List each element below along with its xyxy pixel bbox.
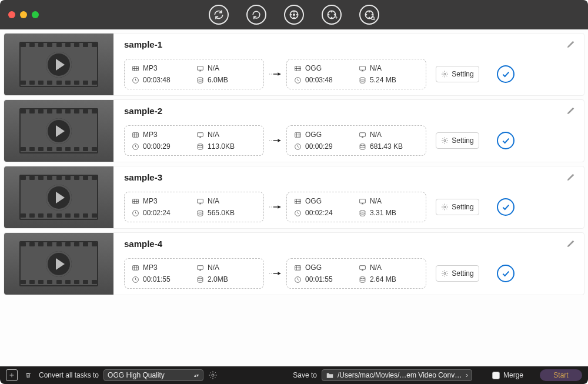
svg-point-86 xyxy=(360,210,365,212)
preset-select[interactable]: OGG High Quality ▴▾ xyxy=(103,369,203,381)
src-size: 565.0KB xyxy=(208,209,235,217)
svg-point-115 xyxy=(212,374,214,376)
task-setting-button[interactable]: Setting xyxy=(436,265,479,282)
delete-task-button[interactable] xyxy=(22,369,34,381)
task-row[interactable]: sample-4 MP3 N/A 00:01:55 2.0MB OGG N/A … xyxy=(4,232,584,295)
preset-value: OGG High Quality xyxy=(108,371,165,379)
save-path-select[interactable]: /Users/mac/Movies/…em Video Converter › xyxy=(322,369,472,381)
svg-point-5 xyxy=(296,14,298,15)
merge-label: Merge xyxy=(503,371,523,379)
svg-rect-69 xyxy=(198,199,203,203)
task-selected-toggle[interactable] xyxy=(497,132,514,149)
src-duration: 00:02:24 xyxy=(143,209,171,217)
dst-format: OGG xyxy=(305,131,322,139)
film-icon xyxy=(294,131,302,139)
disk-icon xyxy=(196,76,204,84)
merge-checkbox[interactable] xyxy=(492,372,500,379)
task-row[interactable]: sample-1 MP3 N/A 00:03:48 6.0MB OGG N/A … xyxy=(4,33,584,96)
svg-rect-92 xyxy=(198,265,203,269)
merge-toggle[interactable]: Merge xyxy=(492,371,523,379)
screen-icon xyxy=(196,65,204,72)
edit-task-button[interactable] xyxy=(566,172,576,182)
src-resolution: N/A xyxy=(208,197,219,205)
play-icon xyxy=(46,118,72,144)
svg-point-15 xyxy=(366,14,367,15)
clock-icon xyxy=(294,276,302,283)
screen-icon xyxy=(359,131,366,139)
clock-icon xyxy=(132,209,139,217)
dst-info-box: OGG N/A 00:03:48 5.24 MB xyxy=(286,59,426,89)
edit-task-button[interactable] xyxy=(566,39,576,49)
screen-icon xyxy=(359,65,366,72)
svg-rect-59 xyxy=(360,132,366,136)
disk-icon xyxy=(359,276,366,283)
dst-format: OGG xyxy=(305,197,322,205)
arrow-icon xyxy=(268,137,283,144)
dst-size: 2.64 MB xyxy=(370,275,396,283)
gear-icon xyxy=(441,270,449,278)
svg-point-9 xyxy=(328,14,329,15)
svg-point-110 xyxy=(444,272,446,274)
add-task-button[interactable] xyxy=(6,369,18,381)
task-selected-toggle[interactable] xyxy=(497,265,514,282)
svg-point-96 xyxy=(198,276,203,278)
task-title: sample-3 xyxy=(124,172,576,182)
task-setting-button[interactable]: Setting xyxy=(436,132,479,149)
src-resolution: N/A xyxy=(208,64,219,72)
task-setting-button[interactable]: Setting xyxy=(436,199,479,215)
task-body: sample-3 MP3 N/A 00:02:24 565.0KB OGG N/… xyxy=(113,166,584,228)
task-selected-toggle[interactable] xyxy=(497,65,514,83)
svg-marker-54 xyxy=(278,139,281,142)
src-resolution: N/A xyxy=(208,263,219,272)
screen-icon xyxy=(196,264,204,272)
task-setting-button[interactable]: Setting xyxy=(436,66,479,82)
video-thumbnail[interactable] xyxy=(4,100,113,162)
refresh-icon[interactable] xyxy=(209,5,229,25)
gear-icon xyxy=(441,137,449,145)
stepper-icon: ▴▾ xyxy=(193,374,199,377)
src-duration: 00:00:29 xyxy=(143,142,171,151)
src-duration: 00:03:48 xyxy=(143,76,171,84)
src-info-box: MP3 N/A 00:01:55 2.0MB xyxy=(124,258,264,289)
svg-point-27 xyxy=(198,77,203,79)
svg-point-87 xyxy=(444,206,446,208)
dst-info-box: OGG N/A 00:01:55 2.64 MB xyxy=(286,258,426,289)
maximize-window-button[interactable] xyxy=(32,11,39,18)
task-selected-toggle[interactable] xyxy=(497,198,514,216)
setting-label: Setting xyxy=(452,136,473,145)
film-gear-icon[interactable] xyxy=(284,5,304,25)
edit-task-button[interactable] xyxy=(566,239,576,248)
task-row[interactable]: sample-3 MP3 N/A 00:02:24 565.0KB OGG N/… xyxy=(4,166,584,229)
film-plus-icon[interactable]: + xyxy=(322,5,342,25)
video-thumbnail[interactable] xyxy=(4,34,113,95)
refresh-down-icon[interactable] xyxy=(246,5,266,25)
minimize-window-button[interactable] xyxy=(20,11,27,18)
svg-point-40 xyxy=(360,77,365,79)
gear-icon xyxy=(441,71,449,78)
close-window-button[interactable] xyxy=(8,11,15,18)
dst-size: 3.31 MB xyxy=(370,209,396,217)
dst-duration: 00:01:55 xyxy=(305,275,333,283)
start-button[interactable]: Start xyxy=(540,369,582,381)
task-row[interactable]: sample-2 MP3 N/A 00:00:29 113.0KB OGG N/… xyxy=(4,99,584,162)
screen-icon xyxy=(359,264,366,272)
disk-icon xyxy=(359,209,366,217)
disk-icon xyxy=(359,143,366,151)
arrow-icon xyxy=(268,270,283,277)
arrow-icon xyxy=(268,203,283,211)
svg-point-73 xyxy=(198,210,203,212)
src-format: MP3 xyxy=(143,263,158,272)
screen-icon xyxy=(196,131,204,139)
video-thumbnail[interactable] xyxy=(4,233,113,295)
film-icon xyxy=(294,264,302,272)
dst-duration: 00:00:29 xyxy=(305,142,333,151)
video-thumbnail[interactable] xyxy=(4,166,113,228)
src-size: 6.0MB xyxy=(208,76,228,84)
film-search-icon[interactable] xyxy=(359,5,379,25)
svg-point-14 xyxy=(369,17,370,18)
src-info-box: MP3 N/A 00:03:48 6.0MB xyxy=(124,59,264,89)
preset-settings-button[interactable] xyxy=(208,370,218,380)
task-body: sample-2 MP3 N/A 00:00:29 113.0KB OGG N/… xyxy=(113,100,584,162)
task-title: sample-2 xyxy=(124,106,576,116)
edit-task-button[interactable] xyxy=(566,106,576,115)
